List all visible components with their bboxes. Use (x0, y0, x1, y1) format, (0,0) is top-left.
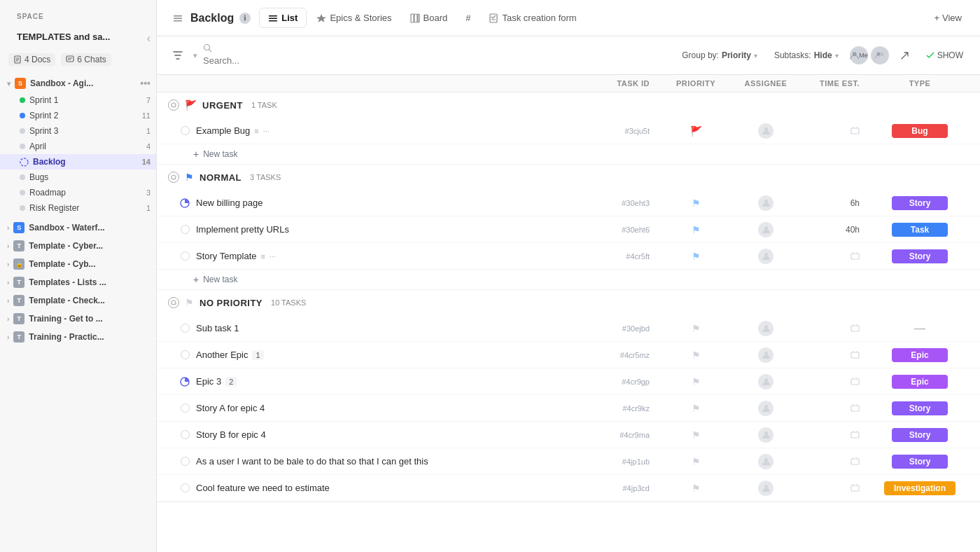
filter-dropdown-icon[interactable]: ▾ (193, 51, 197, 60)
show-button[interactable]: SHOW (920, 48, 969, 63)
task-row-story-b[interactable]: Story B for epic 4 #4cr9ma ⚑ Story (157, 422, 980, 448)
status-circle-story-template (181, 251, 190, 261)
share-button[interactable] (895, 48, 915, 63)
sidebar-item-sprint3[interactable]: Sprint 3 1 (0, 123, 156, 139)
sidebar-item-sprint2[interactable]: Sprint 2 11 (0, 108, 156, 123)
sidebar-item-april[interactable]: April 4 (0, 139, 156, 154)
sidebar-group-header-training-practice[interactable]: › T Training - Practic... (0, 328, 156, 346)
task-id-user-story: #4jp1ub (591, 457, 661, 466)
normal-priority-flag-billing: ⚑ (692, 198, 701, 209)
sidebar-group-header-template-cyber1[interactable]: › T Template - Cyber... (0, 237, 156, 255)
cyber1-icon: T (13, 240, 24, 251)
group-by-value: Priority (722, 50, 751, 60)
priority-group-header-no-priority[interactable]: ⚑ NO PRIORITY 10 TASKS (157, 290, 980, 315)
me-label: Me (859, 52, 868, 59)
sidebar-item-backlog[interactable]: Backlog 14 (0, 154, 156, 170)
subtasks-selector[interactable]: Subtasks: Hide ▾ (769, 48, 844, 63)
assignee-avatar-another-epic[interactable] (758, 347, 774, 363)
search-input[interactable] (203, 53, 413, 69)
sidebar-collapse-button[interactable]: ‹ (147, 32, 150, 45)
table-header: TASK ID PRIORITY ASSIGNEE TIME EST. TYPE (157, 75, 980, 92)
task-row-story-a[interactable]: Story A for epic 4 #4cr9kz ⚑ Story (157, 395, 980, 422)
task-row-example-bug[interactable]: Example Bug ≡ ··· #3cju5t 🚩 Bug (157, 118, 980, 144)
assignee-avatar-user-story[interactable] (758, 454, 774, 469)
sidebar: SPACE TEMPLATES and sa... ‹ 4 Docs 6 Cha… (0, 0, 157, 552)
svg-rect-40 (851, 326, 859, 331)
sidebar-group-header-sandbox-waterfall[interactable]: › S Sandbox - Waterf... (0, 219, 156, 237)
sidebar-group-header-sandbox-agile[interactable]: ▾ S Sandbox - Agi... ••• (0, 74, 156, 92)
tab-list-label: List (281, 13, 298, 23)
task-row-user-story[interactable]: As a user I want to be bale to do that s… (157, 448, 980, 475)
assignee-avatar-urls[interactable] (758, 222, 774, 237)
sidebar-item-bugs[interactable]: Bugs (0, 170, 156, 185)
task-row-new-billing[interactable]: New billing page #30eht3 ⚑ 6h Story (157, 190, 980, 216)
docs-badge[interactable]: 4 Docs (8, 53, 55, 66)
assignee-avatar-story-b[interactable] (758, 427, 774, 443)
tab-epics-stories[interactable]: Epics & Stories (308, 8, 400, 28)
share-avatar[interactable] (871, 46, 889, 64)
training-get-label: Training - Get to ... (29, 314, 150, 324)
collapse-no-priority-icon[interactable] (168, 297, 179, 308)
story-template-status-icon (179, 251, 190, 262)
add-task-normal[interactable]: + New task (157, 270, 980, 289)
task-row-another-epic[interactable]: Another Epic 1 #4cr5mz ⚑ Epic (157, 342, 980, 368)
chats-count: 6 Chats (77, 55, 106, 64)
sidebar-item-roadmap[interactable]: Roadmap 3 (0, 185, 156, 200)
form-tab-icon (489, 13, 498, 23)
sidebar-group-header-templates-lists[interactable]: › T Templates - Lists ... (0, 273, 156, 291)
task-row-cool-feature[interactable]: Cool feature we need to estimate #4jp3cd… (157, 475, 980, 502)
task-row-story-template[interactable]: Story Template ≡ ··· #4cr5ft ⚑ Sto (157, 243, 980, 270)
priority-group-header-urgent[interactable]: 🚩 URGENT 1 TASK (157, 92, 980, 118)
assignee-avatar-billing[interactable] (758, 195, 774, 211)
task-id-billing: #30eht3 (591, 199, 661, 207)
tab-board[interactable]: Board (402, 8, 456, 28)
sidebar-item-sprint1[interactable]: Sprint 1 7 (0, 92, 156, 108)
filter-icon (172, 50, 183, 61)
backlog-count: 14 (142, 158, 150, 166)
time-urls: 40h (801, 225, 871, 235)
no-priority-label: NO PRIORITY (200, 298, 262, 308)
priority-group-header-normal[interactable]: ⚑ NORMAL 3 TASKS (157, 165, 980, 190)
assignee-avatar[interactable] (758, 123, 774, 139)
assignee-icon (762, 126, 771, 135)
type-story-a: Story (871, 401, 969, 415)
tab-list[interactable]: List (259, 8, 307, 28)
info-icon[interactable]: ℹ (239, 13, 251, 24)
col-type-header: TYPE (871, 79, 969, 88)
assignee-avatar-sub1[interactable] (758, 321, 774, 336)
none-priority-flag-story-a: ⚑ (692, 403, 701, 414)
me-button[interactable]: Me (850, 46, 868, 64)
sidebar-group-header-template-check[interactable]: › T Template - Check... (0, 291, 156, 310)
assignee-avatar-cool-feature[interactable] (758, 481, 774, 496)
filter-button[interactable] (168, 46, 188, 65)
add-task-urgent[interactable]: + New task (157, 144, 980, 164)
add-view-button[interactable]: + View (927, 8, 969, 27)
type-billing: Story (871, 196, 969, 210)
cyber2-icon: 🔒 (13, 258, 24, 270)
story-badge-billing: Story (892, 196, 948, 210)
assignee-icon-story-b (762, 430, 771, 439)
sidebar-group-header-training-get[interactable]: › T Training - Get to ... (0, 310, 156, 328)
task-row-pretty-urls[interactable]: Implement pretty URLs #30eht6 ⚑ 40h Task (157, 216, 980, 243)
task-id-sub1: #30ejbd (591, 324, 661, 333)
sidebar-toggle-button[interactable] (168, 8, 188, 28)
tab-task-form[interactable]: Task creation form (480, 8, 584, 28)
task-row-epic3[interactable]: Epic 3 2 #4cr9gp ⚑ Epic (157, 368, 980, 395)
time-icon-epic3 (850, 376, 860, 385)
sidebar-item-risk-register[interactable]: Risk Register 1 (0, 200, 156, 216)
assignee-avatar-story-template[interactable] (758, 249, 774, 264)
collapse-urgent-icon[interactable] (168, 99, 179, 111)
assignee-avatar-epic3[interactable] (758, 374, 774, 389)
collapse-normal-icon[interactable] (168, 172, 179, 183)
assignee-avatar-story-a[interactable] (758, 401, 774, 416)
task-row-sub-task-1[interactable]: Sub task 1 #30ejbd ⚑ — (157, 315, 980, 342)
tab-hash[interactable]: # (457, 8, 479, 28)
sprint3-label: Sprint 3 (29, 126, 142, 136)
time-story-a (801, 403, 871, 414)
time-story-template (801, 251, 871, 262)
group-by-selector[interactable]: Group by: Priority ▾ (676, 48, 763, 63)
sidebar-group-header-template-cyber2[interactable]: › 🔒 Template - Cyb... (0, 255, 156, 273)
toolbar: ▾ Group by: Priority ▾ Subtasks: Hide ▾ … (157, 36, 980, 75)
chats-badge[interactable]: 6 Chats (61, 53, 111, 66)
svg-line-21 (209, 50, 212, 53)
